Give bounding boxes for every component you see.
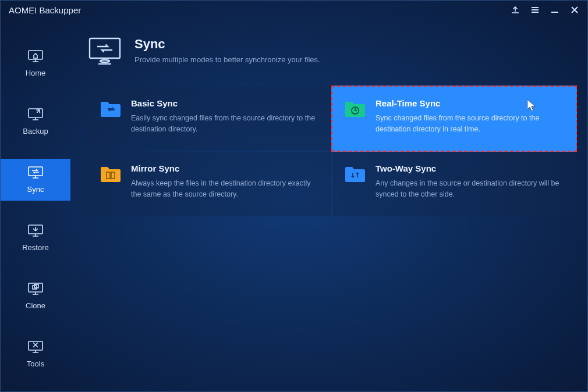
monitor-tools-icon [28, 340, 43, 355]
sidebar: Home Backup Sync Restore [1, 19, 70, 391]
card-body: Two‑Way Sync Any changes in the source o… [376, 163, 563, 201]
card-mirror-sync[interactable]: Mirror Sync Always keep the files in the… [88, 152, 331, 216]
monitor-home-icon [28, 49, 43, 64]
monitor-clone-icon [28, 282, 43, 297]
window-controls [511, 5, 579, 15]
folder-mirror-icon [101, 166, 121, 182]
sidebar-item-label: Sync [27, 185, 44, 194]
svg-point-9 [100, 60, 109, 62]
app-title: AOMEI Backupper [9, 5, 511, 15]
card-desc: Easily sync changed files from the sourc… [131, 113, 318, 136]
svg-rect-7 [29, 341, 42, 350]
sidebar-item-tools[interactable]: Tools [1, 333, 70, 375]
monitor-sync-icon [28, 166, 43, 180]
app-body: Home Backup Sync Restore [1, 19, 587, 391]
minimize-button[interactable] [550, 5, 559, 15]
sync-mode-grid: Basic Sync Easily sync changed files fro… [88, 87, 576, 216]
card-body: Mirror Sync Always keep the files in the… [131, 163, 318, 201]
sidebar-item-label: Tools [27, 359, 44, 368]
sidebar-item-label: Restore [22, 243, 49, 252]
page-title: Sync [134, 37, 320, 52]
sidebar-item-backup[interactable]: Backup [1, 101, 70, 142]
card-body: Basic Sync Easily sync changed files fro… [131, 98, 318, 136]
sidebar-item-restore[interactable]: Restore [1, 217, 70, 259]
folder-clock-icon [345, 101, 365, 117]
card-title: Two‑Way Sync [376, 163, 563, 173]
sidebar-item-sync[interactable]: Sync [1, 159, 70, 201]
menu-icon[interactable] [530, 5, 540, 15]
upgrade-icon[interactable] [511, 5, 520, 15]
page-subtitle: Provide multiple modes to better synchro… [134, 55, 320, 64]
card-title: Real‑Time Sync [376, 98, 563, 108]
card-desc: Any changes in the source or destination… [376, 178, 563, 201]
sidebar-item-label: Clone [26, 301, 45, 310]
sync-monitor-icon [88, 37, 122, 67]
page-header: Sync Provide multiple modes to better sy… [88, 37, 576, 67]
close-button[interactable] [570, 5, 579, 15]
svg-rect-8 [90, 38, 120, 58]
card-realtime-sync[interactable]: Real‑Time Sync Sync changed files from t… [331, 85, 577, 152]
monitor-backup-icon [28, 108, 43, 122]
card-basic-sync[interactable]: Basic Sync Easily sync changed files fro… [88, 87, 331, 151]
folder-twoway-icon [345, 166, 365, 182]
card-desc: Always keep the files in the destination… [131, 178, 318, 201]
card-title: Mirror Sync [131, 163, 318, 173]
card-desc: Sync changed files from the source direc… [376, 113, 563, 136]
sidebar-item-label: Home [26, 69, 46, 77]
app-window: AOMEI Backupper Home Backup [0, 0, 588, 392]
folder-sync-icon [101, 101, 121, 117]
monitor-restore-icon [28, 224, 43, 238]
sidebar-item-clone[interactable]: Clone [1, 275, 70, 317]
main-content: Sync Provide multiple modes to better sy… [70, 19, 587, 391]
sidebar-item-label: Backup [23, 127, 48, 136]
svg-rect-1 [29, 109, 42, 117]
sidebar-item-home[interactable]: Home [1, 42, 70, 84]
card-body: Real‑Time Sync Sync changed files from t… [376, 98, 563, 136]
titlebar: AOMEI Backupper [1, 1, 587, 19]
card-title: Basic Sync [131, 98, 318, 108]
svg-rect-2 [29, 167, 42, 176]
card-twoway-sync[interactable]: Two‑Way Sync Any changes in the source o… [332, 152, 576, 216]
